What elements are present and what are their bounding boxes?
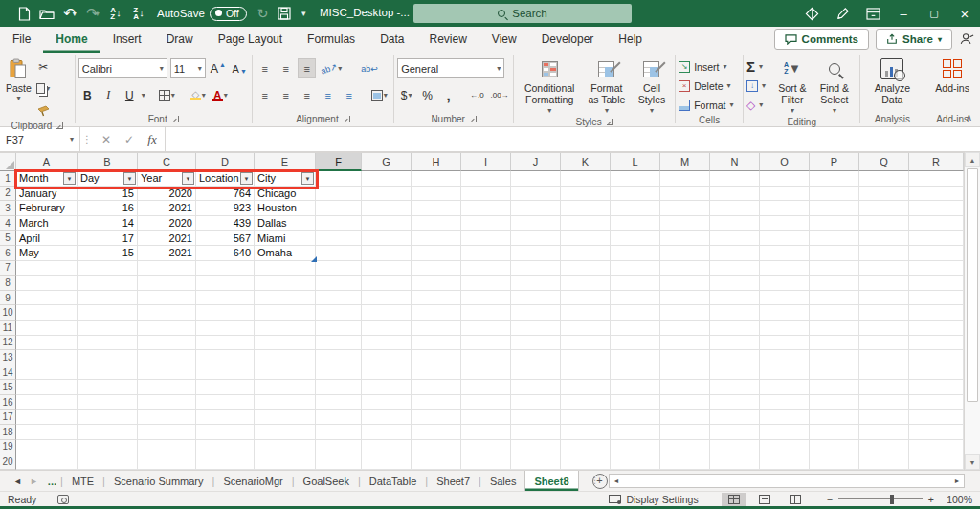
filter-button-year[interactable]: ▼ <box>182 172 194 185</box>
cell-c13[interactable] <box>138 350 196 365</box>
column-header-q[interactable]: Q <box>859 153 909 171</box>
cell-styles-button[interactable]: Cell Styles▾ <box>632 55 672 117</box>
cell-g5[interactable] <box>362 231 412 246</box>
paste-button[interactable]: Paste ▾ <box>3 55 34 105</box>
cell-k10[interactable] <box>561 305 611 321</box>
column-header-f[interactable]: F <box>316 153 362 171</box>
cell-j6[interactable] <box>511 246 561 261</box>
cell-o5[interactable] <box>760 231 810 246</box>
cell-h11[interactable] <box>412 321 461 336</box>
cell-p14[interactable] <box>810 365 859 381</box>
cell-o7[interactable] <box>760 261 810 277</box>
cell-n7[interactable] <box>710 261 760 277</box>
cell-c16[interactable] <box>138 395 196 410</box>
sheet-tab-scenariomgr[interactable]: ScenarioMgr <box>214 471 291 491</box>
cell-h3[interactable] <box>412 201 461 216</box>
display-settings-button[interactable]: Display Settings <box>609 494 698 505</box>
sheet-tab-sales[interactable]: Sales <box>481 471 525 491</box>
cell-e8[interactable] <box>255 276 316 291</box>
cell-o10[interactable] <box>760 305 810 321</box>
cell-n9[interactable] <box>710 291 760 306</box>
cell-k8[interactable] <box>561 276 611 291</box>
cell-i6[interactable] <box>461 246 511 261</box>
cell-j16[interactable] <box>511 395 561 410</box>
cell-i8[interactable] <box>461 276 511 291</box>
cell-g20[interactable] <box>362 454 412 470</box>
number-dialog-launcher-icon[interactable] <box>470 116 477 122</box>
cell-a9[interactable] <box>16 291 78 306</box>
cell-a18[interactable] <box>16 425 78 440</box>
minimize-button[interactable]: – <box>888 0 919 27</box>
cell-h1[interactable] <box>412 171 461 187</box>
tab-review[interactable]: Review <box>416 27 479 53</box>
cell-c5[interactable]: 2021 <box>138 231 196 246</box>
cell-f18[interactable] <box>316 425 362 440</box>
cell-j9[interactable] <box>511 291 561 306</box>
middle-align-button[interactable]: ≡ <box>277 58 295 78</box>
column-header-e[interactable]: E <box>255 153 316 171</box>
cell-r18[interactable] <box>909 425 964 440</box>
cell-f9[interactable] <box>316 291 362 306</box>
cell-o1[interactable] <box>760 171 810 187</box>
cell-j15[interactable] <box>511 380 561 395</box>
cell-r2[interactable] <box>909 187 964 202</box>
cell-e20[interactable] <box>255 454 316 470</box>
row-header-7[interactable]: 7 <box>0 261 16 277</box>
fill-button[interactable]: ↓▾ <box>746 77 771 94</box>
cell-n13[interactable] <box>710 350 760 365</box>
share-button[interactable]: Share ▾ <box>876 29 952 50</box>
cell-i7[interactable] <box>461 261 511 277</box>
borders-button[interactable]: ▾ <box>157 85 177 105</box>
cell-p9[interactable] <box>810 291 859 306</box>
cell-p1[interactable] <box>810 171 859 187</box>
cell-m13[interactable] <box>660 350 710 365</box>
cell-q6[interactable] <box>859 246 909 261</box>
filter-button-city[interactable]: ▼ <box>301 172 314 185</box>
cell-k16[interactable] <box>561 395 611 410</box>
column-header-g[interactable]: G <box>362 153 412 171</box>
cell-h16[interactable] <box>412 395 461 410</box>
enter-formula-icon[interactable]: ✓ <box>119 133 140 146</box>
cell-p3[interactable] <box>810 201 859 216</box>
cell-k3[interactable] <box>561 201 611 216</box>
cell-f12[interactable] <box>316 336 362 351</box>
cell-b2[interactable]: 15 <box>78 187 138 202</box>
column-header-a[interactable]: A <box>16 153 78 171</box>
normal-view-button[interactable] <box>722 493 746 506</box>
cell-l18[interactable] <box>611 425 660 440</box>
find-select-button[interactable]: Find & Select▾ <box>813 55 856 117</box>
cell-p7[interactable] <box>810 261 859 277</box>
cell-m17[interactable] <box>660 410 710 426</box>
cell-l15[interactable] <box>611 380 660 395</box>
cell-m3[interactable] <box>660 201 710 216</box>
cell-j17[interactable] <box>511 410 561 426</box>
cell-n5[interactable] <box>710 231 760 246</box>
cell-h2[interactable] <box>412 187 461 202</box>
macro-record-icon[interactable] <box>57 495 69 504</box>
cell-c14[interactable] <box>138 365 196 381</box>
premium-diamond-icon[interactable] <box>796 0 827 27</box>
cell-r5[interactable] <box>909 231 964 246</box>
cell-m4[interactable] <box>660 216 710 232</box>
cell-c17[interactable] <box>138 410 196 426</box>
cell-o11[interactable] <box>760 321 810 336</box>
orientation-button[interactable]: ab↗▾ <box>319 58 345 78</box>
cell-g1[interactable] <box>362 171 412 187</box>
cell-h10[interactable] <box>412 305 461 321</box>
cell-o16[interactable] <box>760 395 810 410</box>
decrease-decimal-button[interactable]: .00→ <box>489 85 510 105</box>
cell-l16[interactable] <box>611 395 660 410</box>
cell-e17[interactable] <box>255 410 316 426</box>
column-header-n[interactable]: N <box>710 153 760 171</box>
sheet-tab-mte[interactable]: MTE <box>63 471 102 491</box>
cell-h19[interactable] <box>412 440 461 455</box>
cell-h14[interactable] <box>412 365 461 381</box>
cell-c4[interactable]: 2020 <box>138 216 196 232</box>
sheet-tab-datatable[interactable]: DataTable <box>361 471 426 491</box>
cell-f5[interactable] <box>316 231 362 246</box>
cell-i9[interactable] <box>461 291 511 306</box>
cell-e12[interactable] <box>255 336 316 351</box>
cell-d5[interactable]: 567 <box>196 231 255 246</box>
cell-g11[interactable] <box>362 321 412 336</box>
horizontal-scroll-thumb[interactable] <box>623 475 950 487</box>
